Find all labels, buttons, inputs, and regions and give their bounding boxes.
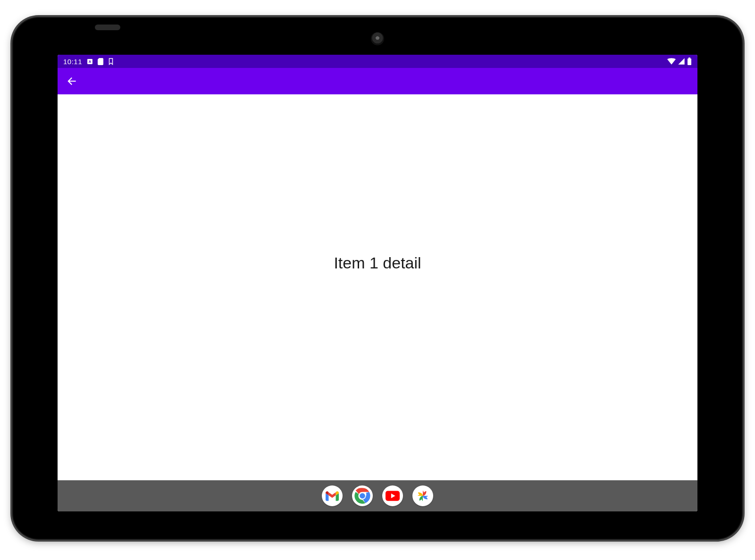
status-bar: 10:11 A: [58, 55, 697, 68]
app-bar: [58, 68, 697, 94]
content-area: Item 1 detail: [58, 94, 697, 480]
wifi-icon: [667, 58, 676, 65]
svg-point-6: [360, 493, 365, 499]
notif-a-icon: A: [87, 59, 93, 65]
svg-text:A: A: [89, 59, 92, 64]
status-bar-left: 10:11 A: [63, 58, 114, 66]
hardware-button: [95, 25, 120, 30]
status-bar-right: [667, 58, 692, 65]
youtube-icon[interactable]: [382, 485, 403, 506]
photos-icon[interactable]: [412, 485, 433, 506]
sd-card-icon: [98, 58, 103, 65]
signal-icon: [678, 58, 685, 65]
detail-text: Item 1 detail: [334, 254, 421, 272]
gmail-icon[interactable]: [322, 485, 343, 506]
taskbar: [58, 480, 697, 511]
svg-rect-2: [688, 58, 690, 59]
battery-icon: [687, 58, 692, 65]
arrow-back-icon: [66, 75, 78, 87]
bookmark-outline-icon: [108, 58, 114, 65]
back-button[interactable]: [60, 70, 83, 92]
tablet-device-frame: 10:11 A: [12, 17, 743, 540]
status-clock: 10:11: [63, 58, 82, 66]
svg-rect-3: [688, 59, 691, 65]
screen: 10:11 A: [58, 55, 697, 511]
chrome-icon[interactable]: [352, 485, 373, 506]
front-camera: [371, 32, 384, 45]
